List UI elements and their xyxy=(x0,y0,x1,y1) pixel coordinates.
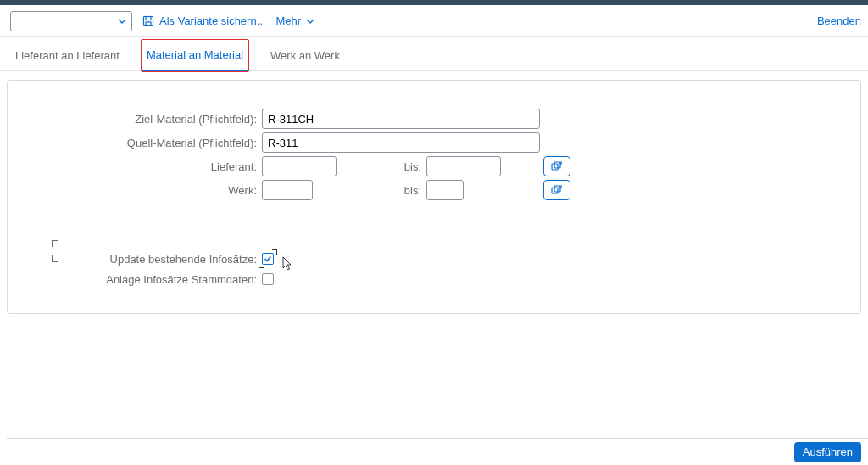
row-update-infosaetze: Update bestehende Infosätze: xyxy=(25,249,843,269)
werk-from-input[interactable] xyxy=(262,180,313,200)
tab-label: Werk an Werk xyxy=(270,49,340,62)
row-ziel-material: Ziel-Material (Pflichtfeld): xyxy=(25,108,843,130)
tabstrip: Lieferant an Lieferant Material an Mater… xyxy=(0,37,868,71)
form-panel: Ziel-Material (Pflichtfeld): Quell-Mater… xyxy=(7,80,861,314)
update-infosaetze-checkbox[interactable] xyxy=(262,253,274,265)
chevron-down-icon xyxy=(118,17,126,25)
lieferant-label: Lieferant: xyxy=(25,160,262,173)
more-button[interactable]: Mehr xyxy=(275,14,314,27)
ziel-material-input[interactable] xyxy=(262,109,540,129)
werk-to-input[interactable] xyxy=(426,180,464,200)
lieferant-to-input[interactable] xyxy=(426,156,501,176)
ziel-material-label: Ziel-Material (Pflichtfeld): xyxy=(25,113,262,126)
lieferant-multi-select-button[interactable] xyxy=(543,156,570,176)
multi-select-icon xyxy=(551,161,563,171)
werk-bis-label: bis: xyxy=(313,184,426,197)
exit-label: Beenden xyxy=(817,14,861,27)
row-werk: Werk: bis: xyxy=(25,179,843,201)
quell-material-input[interactable] xyxy=(262,132,540,153)
variant-selector[interactable] xyxy=(10,11,132,31)
multi-select-icon xyxy=(551,185,563,195)
anlage-stammdaten-checkbox[interactable] xyxy=(262,273,274,285)
tab-werk-an-werk[interactable]: Werk an Werk xyxy=(265,41,345,70)
tab-label: Material an Material xyxy=(147,48,243,61)
chevron-down-icon xyxy=(306,17,314,25)
svg-rect-2 xyxy=(146,22,151,25)
row-lieferant: Lieferant: bis: xyxy=(25,155,843,177)
svg-rect-0 xyxy=(144,16,153,25)
execute-button[interactable]: Ausführen xyxy=(794,442,861,462)
anlage-stammdaten-label: Anlage Infosätze Stammdaten: xyxy=(25,273,262,286)
exit-button[interactable]: Beenden xyxy=(817,14,861,27)
save-icon xyxy=(142,15,154,27)
footer-bar: Ausführen xyxy=(7,438,868,465)
check-icon xyxy=(264,255,272,263)
tab-content: Ziel-Material (Pflichtfeld): Quell-Mater… xyxy=(0,71,868,322)
lieferant-bis-label: bis: xyxy=(337,160,426,173)
svg-rect-1 xyxy=(146,16,151,20)
save-as-variant-label: Als Variante sichern... xyxy=(159,14,265,27)
update-infosaetze-label: Update bestehende Infosätze: xyxy=(25,253,262,266)
tab-lieferant-an-lieferant[interactable]: Lieferant an Lieferant xyxy=(10,41,125,70)
lieferant-from-input[interactable] xyxy=(262,156,337,176)
tab-material-an-material[interactable]: Material an Material xyxy=(142,40,248,71)
more-label: Mehr xyxy=(275,14,301,27)
quell-material-label: Quell-Material (Pflichtfeld): xyxy=(25,137,262,149)
werk-label: Werk: xyxy=(25,184,262,197)
row-quell-material: Quell-Material (Pflichtfeld): xyxy=(25,132,843,154)
tab-label: Lieferant an Lieferant xyxy=(15,49,120,62)
row-anlage-stammdaten: Anlage Infosätze Stammdaten: xyxy=(25,269,843,289)
toolbar: Als Variante sichern... Mehr Beenden xyxy=(0,5,868,37)
save-as-variant-button[interactable]: Als Variante sichern... xyxy=(142,14,265,27)
werk-multi-select-button[interactable] xyxy=(543,180,570,200)
checkbox-section: Update bestehende Infosätze: Anlage Info… xyxy=(25,249,843,289)
